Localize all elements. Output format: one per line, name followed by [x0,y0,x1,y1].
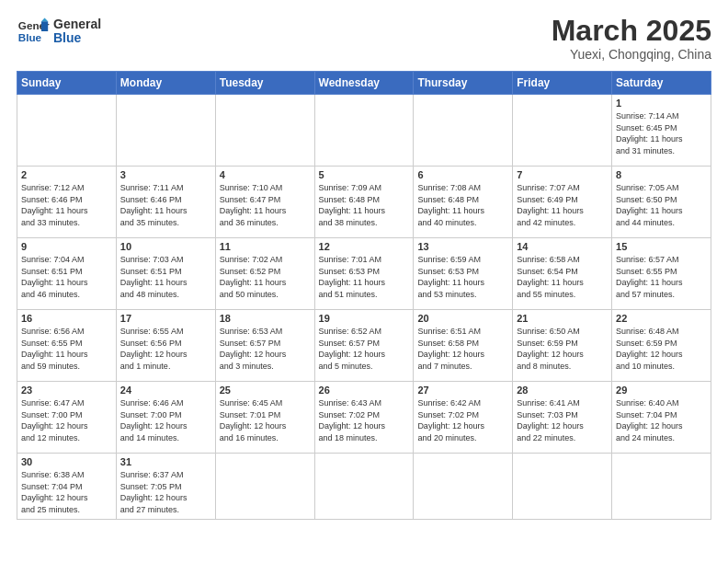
calendar-cell: 21Sunrise: 6:50 AM Sunset: 6:59 PM Dayli… [513,310,612,382]
day-info: Sunrise: 6:41 AM Sunset: 7:03 PM Dayligh… [517,397,608,443]
day-info: Sunrise: 6:40 AM Sunset: 7:04 PM Dayligh… [616,397,707,443]
calendar-cell: 30Sunrise: 6:38 AM Sunset: 7:04 PM Dayli… [17,454,117,519]
day-info: Sunrise: 6:58 AM Sunset: 6:54 PM Dayligh… [517,254,608,300]
day-number: 31 [120,456,211,467]
calendar-cell: 25Sunrise: 6:45 AM Sunset: 7:01 PM Dayli… [215,382,314,454]
day-number: 23 [21,385,112,396]
calendar-cell [314,95,414,167]
weekday-monday: Monday [116,72,215,95]
day-info: Sunrise: 7:14 AM Sunset: 6:45 PM Dayligh… [616,110,707,156]
calendar-table: SundayMondayTuesdayWednesdayThursdayFrid… [17,71,711,519]
calendar-cell: 22Sunrise: 6:48 AM Sunset: 6:59 PM Dayli… [612,310,711,382]
day-info: Sunrise: 7:07 AM Sunset: 6:49 PM Dayligh… [517,182,608,228]
svg-marker-2 [41,21,48,31]
calendar-cell: 14Sunrise: 6:58 AM Sunset: 6:54 PM Dayli… [513,238,612,310]
calendar-week-0: 1Sunrise: 7:14 AM Sunset: 6:45 PM Daylig… [17,95,711,167]
calendar-cell: 18Sunrise: 6:53 AM Sunset: 6:57 PM Dayli… [215,310,314,382]
calendar-week-3: 16Sunrise: 6:56 AM Sunset: 6:55 PM Dayli… [17,310,711,382]
logo-blue-text: Blue [53,31,101,45]
day-info: Sunrise: 6:59 AM Sunset: 6:53 PM Dayligh… [417,254,508,300]
day-info: Sunrise: 7:04 AM Sunset: 6:51 PM Dayligh… [21,254,112,300]
calendar-cell [116,95,215,167]
calendar-cell [17,95,117,167]
day-info: Sunrise: 6:46 AM Sunset: 7:00 PM Dayligh… [120,397,211,443]
day-info: Sunrise: 6:52 AM Sunset: 6:57 PM Dayligh… [319,326,410,372]
day-number: 2 [21,169,112,180]
day-number: 5 [319,169,410,180]
day-number: 4 [220,169,311,180]
day-number: 30 [21,456,112,467]
day-info: Sunrise: 7:05 AM Sunset: 6:50 PM Dayligh… [616,182,707,228]
day-number: 19 [319,313,410,324]
calendar-cell: 7Sunrise: 7:07 AM Sunset: 6:49 PM Daylig… [513,167,612,238]
day-number: 29 [616,385,707,396]
calendar-cell: 29Sunrise: 6:40 AM Sunset: 7:04 PM Dayli… [612,382,711,454]
calendar-cell: 5Sunrise: 7:09 AM Sunset: 6:48 PM Daylig… [314,167,414,238]
logo-general-text: General [53,17,101,31]
day-info: Sunrise: 6:42 AM Sunset: 7:02 PM Dayligh… [417,397,508,443]
day-number: 27 [417,385,508,396]
day-info: Sunrise: 6:51 AM Sunset: 6:58 PM Dayligh… [417,326,508,372]
calendar-cell: 27Sunrise: 6:42 AM Sunset: 7:02 PM Dayli… [414,382,513,454]
day-number: 12 [319,241,410,252]
calendar-cell: 2Sunrise: 7:12 AM Sunset: 6:46 PM Daylig… [17,167,117,238]
weekday-tuesday: Tuesday [215,72,314,95]
day-info: Sunrise: 6:50 AM Sunset: 6:59 PM Dayligh… [517,326,608,372]
calendar-cell: 31Sunrise: 6:37 AM Sunset: 7:05 PM Dayli… [116,454,215,519]
day-number: 21 [517,313,608,324]
day-number: 3 [120,169,211,180]
day-number: 7 [517,169,608,180]
day-info: Sunrise: 6:57 AM Sunset: 6:55 PM Dayligh… [616,254,707,300]
calendar-cell [215,454,314,519]
day-info: Sunrise: 7:08 AM Sunset: 6:48 PM Dayligh… [417,182,508,228]
day-info: Sunrise: 6:37 AM Sunset: 7:05 PM Dayligh… [120,469,211,515]
day-number: 13 [417,241,508,252]
day-number: 10 [120,241,211,252]
calendar-cell [414,454,513,519]
calendar-cell: 24Sunrise: 6:46 AM Sunset: 7:00 PM Dayli… [116,382,215,454]
day-info: Sunrise: 6:55 AM Sunset: 6:56 PM Dayligh… [120,326,211,372]
day-info: Sunrise: 6:45 AM Sunset: 7:01 PM Dayligh… [220,397,311,443]
calendar-week-4: 23Sunrise: 6:47 AM Sunset: 7:00 PM Dayli… [17,382,711,454]
calendar-cell: 28Sunrise: 6:41 AM Sunset: 7:03 PM Dayli… [513,382,612,454]
calendar-cell: 16Sunrise: 6:56 AM Sunset: 6:55 PM Dayli… [17,310,117,382]
calendar-cell: 26Sunrise: 6:43 AM Sunset: 7:02 PM Dayli… [314,382,414,454]
calendar-cell: 20Sunrise: 6:51 AM Sunset: 6:58 PM Dayli… [414,310,513,382]
day-number: 11 [220,241,311,252]
day-info: Sunrise: 6:47 AM Sunset: 7:00 PM Dayligh… [21,397,112,443]
day-number: 1 [616,98,707,109]
title-block: March 2025 Yuexi, Chongqing, China [552,15,711,62]
day-info: Sunrise: 6:53 AM Sunset: 6:57 PM Dayligh… [220,326,311,372]
day-number: 9 [21,241,112,252]
calendar-header: SundayMondayTuesdayWednesdayThursdayFrid… [17,72,711,95]
day-number: 18 [220,313,311,324]
day-number: 14 [517,241,608,252]
calendar-cell: 19Sunrise: 6:52 AM Sunset: 6:57 PM Dayli… [314,310,414,382]
day-info: Sunrise: 7:09 AM Sunset: 6:48 PM Dayligh… [319,182,410,228]
weekday-wednesday: Wednesday [314,72,414,95]
calendar-cell: 4Sunrise: 7:10 AM Sunset: 6:47 PM Daylig… [215,167,314,238]
calendar-cell [314,454,414,519]
calendar-cell: 17Sunrise: 6:55 AM Sunset: 6:56 PM Dayli… [116,310,215,382]
day-info: Sunrise: 7:01 AM Sunset: 6:53 PM Dayligh… [319,254,410,300]
calendar-cell: 15Sunrise: 6:57 AM Sunset: 6:55 PM Dayli… [612,238,711,310]
day-info: Sunrise: 7:12 AM Sunset: 6:46 PM Dayligh… [21,182,112,228]
header: General Blue General Blue March 2025 Yue… [17,15,711,62]
calendar-cell [513,95,612,167]
day-number: 6 [417,169,508,180]
day-number: 20 [417,313,508,324]
location: Yuexi, Chongqing, China [552,47,711,62]
weekday-header-row: SundayMondayTuesdayWednesdayThursdayFrid… [17,72,711,95]
day-info: Sunrise: 7:02 AM Sunset: 6:52 PM Dayligh… [220,254,311,300]
day-info: Sunrise: 6:56 AM Sunset: 6:55 PM Dayligh… [21,326,112,372]
calendar-cell: 8Sunrise: 7:05 AM Sunset: 6:50 PM Daylig… [612,167,711,238]
calendar-cell: 1Sunrise: 7:14 AM Sunset: 6:45 PM Daylig… [612,95,711,167]
day-number: 25 [220,385,311,396]
weekday-sunday: Sunday [17,72,117,95]
day-number: 24 [120,385,211,396]
svg-text:Blue: Blue [18,31,42,43]
calendar-cell: 6Sunrise: 7:08 AM Sunset: 6:48 PM Daylig… [414,167,513,238]
day-info: Sunrise: 7:03 AM Sunset: 6:51 PM Dayligh… [120,254,211,300]
calendar-week-5: 30Sunrise: 6:38 AM Sunset: 7:04 PM Dayli… [17,454,711,519]
calendar-cell: 3Sunrise: 7:11 AM Sunset: 6:46 PM Daylig… [116,167,215,238]
